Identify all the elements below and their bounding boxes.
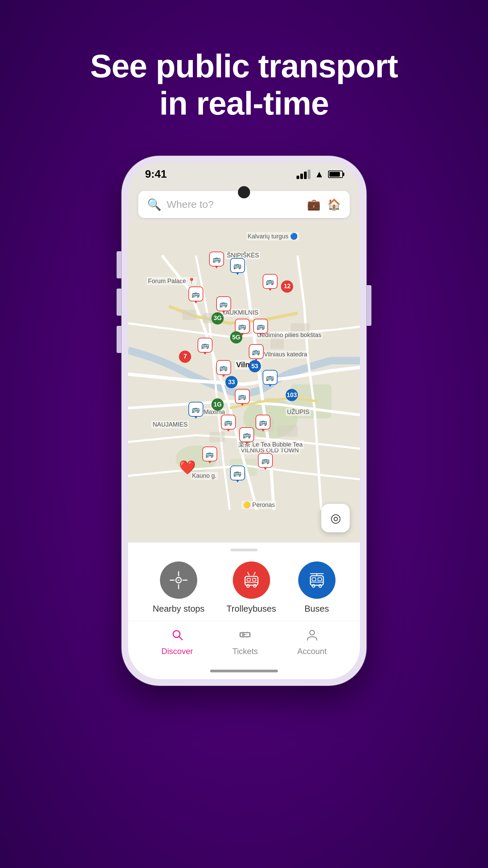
trolleybuses-action[interactable]: Trolleybuses — [226, 561, 276, 614]
discover-icon — [170, 628, 184, 645]
status-bar: 9:41 ▲ — [128, 162, 360, 186]
svg-point-30 — [312, 585, 315, 587]
phone-screen: 9:41 ▲ 🔍 Where to? 💼 — [128, 162, 360, 679]
svg-point-13 — [178, 579, 179, 581]
battery-icon — [328, 171, 343, 178]
svg-line-25 — [254, 572, 255, 575]
drag-handle[interactable] — [230, 549, 258, 551]
svg-rect-7 — [270, 337, 284, 349]
svg-rect-10 — [277, 425, 298, 437]
svg-point-23 — [253, 585, 256, 587]
svg-rect-27 — [312, 578, 316, 581]
bus-stop-pin-9[interactable]: 🚌 — [249, 344, 264, 359]
search-right-actions: 💼 🏠 — [307, 198, 341, 211]
account-icon — [305, 628, 319, 645]
phone-mockup: 9:41 ▲ 🔍 Where to? 💼 — [122, 156, 366, 685]
svg-rect-11 — [209, 432, 225, 442]
bus-stop-pin-16[interactable]: 🚌 — [239, 427, 254, 442]
home-indicator[interactable] — [210, 670, 278, 672]
route-circle-53[interactable]: 53 — [249, 360, 261, 372]
wifi-icon: ▲ — [314, 169, 324, 180]
account-label: Account — [297, 647, 327, 656]
route-circle-12[interactable]: 12 — [281, 280, 293, 293]
bus-stop-pin-1[interactable]: 🚌 — [209, 252, 224, 267]
route-circle-3g[interactable]: 3G — [211, 312, 224, 324]
bottom-panel: Nearby stops — [128, 542, 360, 679]
location-button[interactable]: ◎ — [321, 504, 350, 532]
svg-point-38 — [310, 630, 314, 635]
nav-tickets[interactable]: Tickets — [232, 628, 258, 656]
bus-stop-pin-10[interactable]: 🚌 — [216, 360, 231, 375]
crosshair-icon: ◎ — [330, 511, 341, 525]
route-circle-103[interactable]: 103 — [286, 389, 298, 401]
app-headline: See public transport in real-time — [90, 47, 398, 122]
map-view[interactable]: Kalvarių turgus 🔵 ŠNIPIŠKĖS Forum Palace… — [128, 223, 360, 542]
nearby-stops-action[interactable]: Nearby stops — [152, 561, 204, 614]
bus-stop-pin-19[interactable]: 🚌 — [230, 466, 245, 480]
bus-stop-pin-18[interactable]: 🚌 — [258, 453, 273, 468]
bus-stop-pin-4[interactable]: 🚌 — [216, 296, 231, 311]
discover-label: Discover — [161, 647, 193, 656]
svg-rect-20 — [252, 578, 256, 581]
route-circle-7[interactable]: 7 — [179, 351, 191, 363]
svg-point-22 — [247, 585, 249, 587]
bus-stop-pin-7[interactable]: 🚌 — [253, 319, 268, 334]
bus-icon — [298, 561, 336, 599]
headline-line2: in real-time — [159, 85, 329, 121]
search-placeholder: Where to? — [167, 199, 302, 210]
bus-stop-pin-8[interactable]: 🚌 — [198, 338, 212, 353]
svg-rect-28 — [318, 578, 322, 581]
route-circle-5g[interactable]: 5G — [230, 331, 242, 343]
svg-line-35 — [179, 636, 182, 640]
trolleybuses-label: Trolleybuses — [226, 604, 276, 614]
home-icon[interactable]: 🏠 — [327, 198, 341, 211]
bus-stop-pin-2[interactable]: 🚌 — [230, 258, 245, 273]
status-icons: ▲ — [297, 169, 343, 180]
favorite-pin[interactable]: ❤️ — [179, 459, 196, 475]
buses-action[interactable]: Buses — [298, 561, 336, 614]
svg-point-31 — [319, 585, 322, 587]
signal-icon — [297, 170, 310, 179]
svg-rect-5 — [182, 310, 196, 320]
bus-stop-pin-14[interactable]: 🚌 — [221, 415, 236, 430]
bottom-nav: Discover — [128, 621, 360, 666]
search-icon: 🔍 — [147, 198, 161, 211]
nearby-stops-icon — [160, 561, 197, 599]
briefcase-icon[interactable]: 💼 — [307, 198, 321, 211]
status-time: 9:41 — [145, 168, 167, 180]
route-circle-1g[interactable]: 1G — [211, 398, 224, 411]
svg-line-24 — [248, 572, 249, 575]
headline-line1: See public transport — [90, 48, 398, 84]
bus-stop-pin-11[interactable]: 🚌 — [263, 370, 278, 385]
nearby-stops-label: Nearby stops — [152, 604, 204, 614]
camera-notch — [238, 186, 250, 198]
nav-discover[interactable]: Discover — [161, 628, 193, 656]
bus-stop-pin-12[interactable]: 🚌 — [235, 389, 250, 404]
bus-stop-pin-3[interactable]: 🚌 — [263, 274, 278, 289]
nav-account[interactable]: Account — [297, 628, 327, 656]
bus-stop-pin-13[interactable]: 🚌 — [188, 402, 203, 417]
phone-shell: 9:41 ▲ 🔍 Where to? 💼 — [122, 156, 366, 685]
tickets-label: Tickets — [232, 647, 258, 656]
bus-stop-pin-17[interactable]: 🚌 — [202, 447, 217, 461]
bottom-actions: Nearby stops — [128, 551, 360, 621]
buses-label: Buses — [304, 604, 329, 614]
svg-rect-8 — [291, 323, 309, 337]
svg-rect-19 — [247, 578, 250, 581]
tickets-icon — [238, 628, 252, 645]
bus-stop-pin-15[interactable]: 🚌 — [256, 415, 270, 430]
route-circle-33[interactable]: 33 — [225, 376, 238, 388]
trolleybus-icon — [233, 561, 270, 599]
bus-stop-pin-5[interactable]: 🚌 — [188, 287, 203, 301]
